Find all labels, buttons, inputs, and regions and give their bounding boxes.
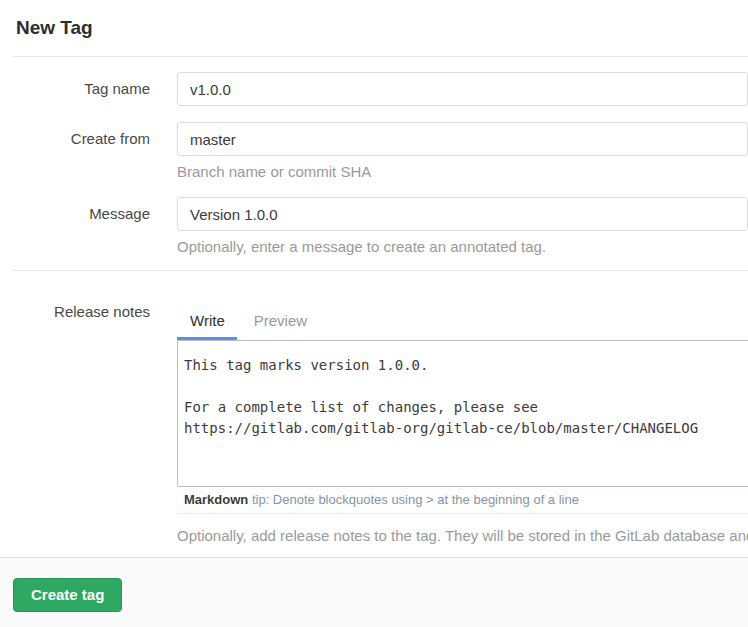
- tab-preview[interactable]: Preview: [241, 302, 320, 340]
- header-divider: [13, 56, 748, 57]
- release-notes-row: Release notes Write Preview This tag mar…: [0, 302, 748, 545]
- message-label: Message: [0, 197, 150, 223]
- markdown-tip: Markdown tip: Denote blockquotes using >…: [177, 487, 748, 514]
- active-tab-indicator: [177, 337, 237, 340]
- release-notes-textarea[interactable]: This tag marks version 1.0.0. For a comp…: [177, 340, 748, 487]
- write-pane: This tag marks version 1.0.0. For a comp…: [177, 340, 748, 487]
- page-title: New Tag: [0, 0, 748, 40]
- message-row: Message Optionally, enter a message to c…: [0, 197, 748, 256]
- message-help: Optionally, enter a message to create an…: [177, 238, 748, 256]
- form-actions: Create tag: [0, 557, 748, 627]
- new-tag-page: New Tag Tag name Create from Branch name…: [0, 0, 748, 627]
- markdown-tip-text: tip: Denote blockquotes using > at the b…: [248, 492, 579, 507]
- tag-name-label: Tag name: [0, 72, 150, 98]
- create-from-label: Create from: [0, 122, 150, 148]
- message-input[interactable]: [177, 197, 748, 231]
- create-from-help: Branch name or commit SHA: [177, 163, 748, 181]
- create-from-row: Create from Branch name or commit SHA: [0, 122, 748, 181]
- tag-name-row: Tag name: [0, 72, 748, 106]
- create-tag-button[interactable]: Create tag: [13, 578, 122, 612]
- tag-name-input[interactable]: [177, 72, 748, 106]
- tab-write[interactable]: Write: [177, 302, 238, 340]
- create-from-input[interactable]: [177, 122, 748, 156]
- release-notes-help: Optionally, add release notes to the tag…: [177, 527, 748, 545]
- markdown-tabs: Write Preview: [177, 302, 748, 340]
- release-notes-label: Release notes: [0, 302, 150, 321]
- markdown-tip-prefix: Markdown: [184, 492, 248, 507]
- section-divider: [13, 270, 748, 271]
